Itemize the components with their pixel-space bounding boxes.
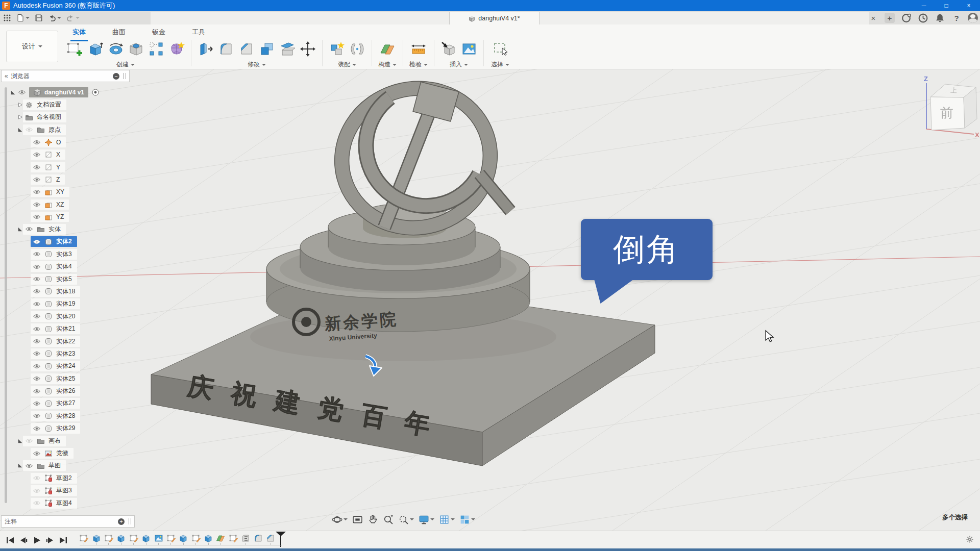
hole-button[interactable] xyxy=(128,41,144,57)
eye-icon[interactable] xyxy=(33,449,41,458)
redo-button[interactable] xyxy=(66,14,80,22)
eye-icon[interactable] xyxy=(25,126,33,134)
joint-button[interactable] xyxy=(349,41,365,57)
eye-icon[interactable] xyxy=(33,424,41,433)
eye-icon[interactable] xyxy=(33,263,41,271)
expander-closed-icon[interactable] xyxy=(17,102,23,108)
browser-item-plane-xy[interactable]: XY xyxy=(1,186,130,198)
expander-open-icon[interactable] xyxy=(17,463,23,468)
feature-extrude[interactable] xyxy=(140,534,152,543)
workspace-switcher[interactable]: 设计 xyxy=(6,31,58,62)
insert-mesh-button[interactable] xyxy=(440,41,457,57)
browser-item-body[interactable]: 实体26 xyxy=(1,385,130,397)
eye-icon[interactable] xyxy=(33,499,41,507)
combine-button[interactable] xyxy=(259,41,275,57)
eye-icon[interactable] xyxy=(33,176,41,184)
pan-button[interactable] xyxy=(368,514,378,525)
feature-sketch[interactable] xyxy=(227,534,239,543)
eye-icon[interactable] xyxy=(33,337,41,345)
browser-item-docsettings[interactable]: 文档设置 xyxy=(1,98,130,111)
eye-icon[interactable] xyxy=(33,300,41,308)
view-cube[interactable]: Z X 上 前 xyxy=(914,74,980,140)
expander-open-icon[interactable] xyxy=(10,90,16,95)
browser-item-body[interactable]: 实体25 xyxy=(1,372,130,385)
orbit-button[interactable] xyxy=(332,514,348,525)
canvas-button[interactable] xyxy=(461,41,477,57)
chamfer-button[interactable] xyxy=(238,41,255,57)
eye-icon[interactable] xyxy=(33,151,41,159)
panel-handle[interactable] xyxy=(124,73,126,79)
eye-icon[interactable] xyxy=(33,188,41,196)
new-tab-button[interactable]: + xyxy=(885,13,895,23)
notifications-bell-icon[interactable] xyxy=(935,13,945,23)
tab-sheetmetal[interactable]: 钣金 xyxy=(150,27,167,41)
browser-item-plane-yz[interactable]: YZ xyxy=(1,211,130,223)
step-back-button[interactable] xyxy=(18,535,29,545)
app-grid-button[interactable] xyxy=(3,14,11,22)
group-create-menu[interactable]: 创建 xyxy=(116,60,135,69)
browser-item-body[interactable]: 实体5 xyxy=(1,273,130,285)
browser-item-sketch[interactable]: 草图2 xyxy=(1,472,130,484)
feature-extrude[interactable] xyxy=(90,534,102,543)
feature-chamfer[interactable] xyxy=(264,534,277,543)
browser-item-body[interactable]: 实体28 xyxy=(1,410,130,422)
browser-item-body[interactable]: 实体18 xyxy=(1,285,130,297)
eye-icon[interactable] xyxy=(33,275,41,283)
browser-item-body[interactable]: 实体23 xyxy=(1,347,130,360)
eye-icon[interactable] xyxy=(33,201,41,209)
tab-solid[interactable]: 实体 xyxy=(70,27,88,41)
feature-sketch[interactable] xyxy=(190,534,202,543)
expander-open-icon[interactable] xyxy=(17,438,23,444)
browser-item-sketch[interactable]: 草图4 xyxy=(1,497,130,509)
eye-icon[interactable] xyxy=(33,387,41,395)
look-at-button[interactable] xyxy=(352,514,363,525)
browser-item-axis-z[interactable]: Z xyxy=(1,173,130,186)
feature-sketch[interactable] xyxy=(128,534,140,543)
hide-all-icon[interactable]: − xyxy=(113,73,119,80)
feature-sketch[interactable] xyxy=(165,534,177,543)
eye-icon[interactable] xyxy=(33,362,41,370)
eye-icon[interactable] xyxy=(33,399,41,408)
group-modify-menu[interactable]: 修改 xyxy=(248,60,266,69)
press-pull-button[interactable] xyxy=(198,41,214,57)
job-status-icon[interactable] xyxy=(901,13,912,23)
browser-item-body[interactable]: 实体27 xyxy=(1,397,130,410)
create-form-button[interactable] xyxy=(168,41,185,57)
browser-item-root[interactable]: danghuiV4 v1 xyxy=(1,86,130,98)
eye-icon[interactable] xyxy=(25,462,33,470)
browser-item-body2[interactable]: 实体2 xyxy=(1,236,130,248)
browser-header[interactable]: « 浏览器 − xyxy=(1,70,130,82)
tab-tools[interactable]: 工具 xyxy=(190,27,207,41)
eye-icon[interactable] xyxy=(33,374,41,383)
browser-folder-bodies[interactable]: 实体 xyxy=(1,223,130,235)
feature-sketch[interactable] xyxy=(103,534,115,543)
eye-icon[interactable] xyxy=(33,213,41,221)
viewports-button[interactable] xyxy=(459,514,475,525)
expander-open-icon[interactable] xyxy=(17,227,23,232)
measure-button[interactable] xyxy=(410,41,427,57)
expander-closed-icon[interactable] xyxy=(17,114,23,120)
eye-icon[interactable] xyxy=(25,437,33,445)
feature-canvas[interactable] xyxy=(152,534,164,543)
browser-item-sketch[interactable]: 草图3 xyxy=(1,485,130,497)
tab-surface[interactable]: 曲面 xyxy=(110,27,128,41)
eye-icon[interactable] xyxy=(33,474,41,482)
eye-icon[interactable] xyxy=(33,412,41,420)
browser-item-canvas[interactable]: 党徽 xyxy=(1,447,130,459)
browser-item-body[interactable]: 实体21 xyxy=(1,322,130,335)
save-button[interactable] xyxy=(35,14,43,22)
group-construct-menu[interactable]: 构造 xyxy=(378,60,397,69)
group-select-menu[interactable]: 选择 xyxy=(491,60,509,69)
eye-icon[interactable] xyxy=(18,88,26,96)
user-avatar[interactable] xyxy=(968,13,978,23)
feature-emboss[interactable] xyxy=(239,534,252,543)
create-sketch-button[interactable] xyxy=(66,41,83,57)
construction-plane-button[interactable] xyxy=(379,41,396,57)
pattern-button[interactable] xyxy=(148,41,164,57)
feature-extrude[interactable] xyxy=(177,534,189,543)
browser-scrollbar[interactable] xyxy=(5,87,7,503)
browser-folder-canvases[interactable]: 画布 xyxy=(1,435,130,447)
eye-icon[interactable] xyxy=(33,138,41,146)
add-comment-icon[interactable]: + xyxy=(118,518,125,525)
browser-item-body[interactable]: 实体3 xyxy=(1,248,130,260)
